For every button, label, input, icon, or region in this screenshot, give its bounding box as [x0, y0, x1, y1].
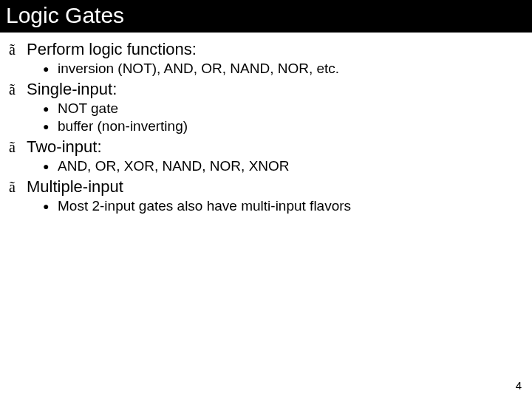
list-item: ● NOT gate: [43, 100, 523, 117]
bullet-lvl2-icon: ●: [43, 64, 50, 74]
bullet-lvl1-icon: ã: [9, 42, 19, 57]
bullet-lvl2-icon: ●: [43, 103, 50, 114]
lvl1-text: Single-input:: [27, 80, 117, 99]
list-item: ● inversion (NOT), AND, OR, NAND, NOR, e…: [43, 61, 523, 77]
lvl2-text: Most 2-input gates also have multi-input…: [58, 198, 351, 214]
list-item: ã Two-input: ● AND, OR, XOR, NAND, NOR, …: [9, 137, 523, 174]
slide-title-bar: Logic Gates: [0, 0, 532, 33]
lvl1-row: ã Single-input:: [9, 80, 523, 99]
lvl1-row: ã Perform logic functions:: [9, 40, 523, 59]
lvl2-text: buffer (non-inverting): [58, 118, 188, 134]
lvl1-text: Multiple-input: [27, 177, 123, 197]
list-item: ã Multiple-input ● Most 2-input gates al…: [9, 177, 523, 214]
slide-content: ã Perform logic functions: ● inversion (…: [0, 33, 532, 214]
list-item: ● buffer (non-inverting): [43, 118, 523, 134]
lvl1-text: Perform logic functions:: [27, 40, 197, 59]
bullet-lvl1-icon: ã: [9, 180, 19, 194]
lvl1-row: ã Two-input:: [9, 137, 523, 157]
list-item: ● AND, OR, XOR, NAND, NOR, XNOR: [43, 158, 523, 174]
lvl1-text: Two-input:: [27, 137, 102, 157]
lvl2-group: ● Most 2-input gates also have multi-inp…: [43, 198, 523, 214]
slide-title: Logic Gates: [6, 3, 124, 27]
lvl1-row: ã Multiple-input: [9, 177, 523, 197]
lvl2-text: NOT gate: [58, 100, 118, 117]
bullet-lvl2-icon: ●: [43, 161, 50, 171]
bullet-lvl1-icon: ã: [9, 140, 19, 154]
list-item: ● Most 2-input gates also have multi-inp…: [43, 198, 523, 214]
bullet-lvl1-icon: ã: [9, 82, 19, 97]
lvl2-text: AND, OR, XOR, NAND, NOR, XNOR: [58, 158, 290, 174]
list-item: ã Single-input: ● NOT gate ● buffer (non…: [9, 80, 523, 134]
bullet-lvl2-icon: ●: [43, 201, 50, 211]
lvl2-group: ● AND, OR, XOR, NAND, NOR, XNOR: [43, 158, 523, 174]
bullet-lvl2-icon: ●: [43, 121, 50, 132]
list-item: ã Perform logic functions: ● inversion (…: [9, 40, 523, 77]
lvl2-group: ● NOT gate ● buffer (non-inverting): [43, 100, 523, 134]
lvl2-group: ● inversion (NOT), AND, OR, NAND, NOR, e…: [43, 61, 523, 77]
page-number: 4: [516, 379, 522, 392]
lvl2-text: inversion (NOT), AND, OR, NAND, NOR, etc…: [58, 61, 339, 77]
